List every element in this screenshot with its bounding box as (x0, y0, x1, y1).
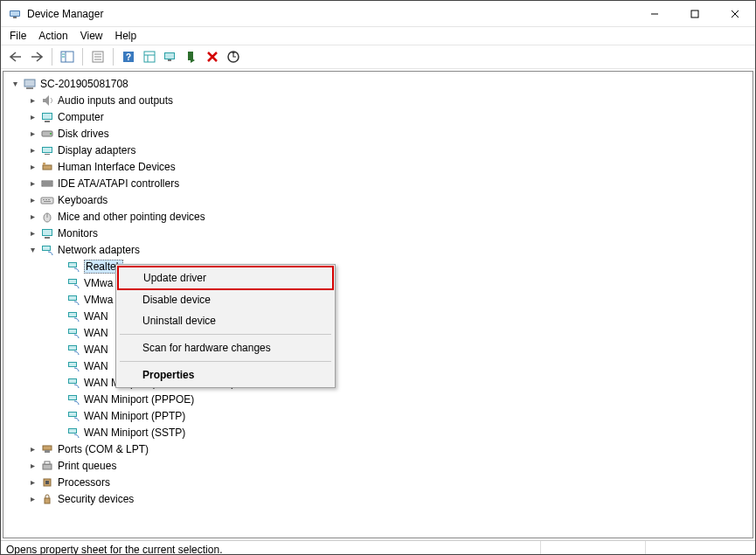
chevron-down-icon[interactable]: ▾ (9, 78, 21, 90)
tree-category-hid[interactable]: ▸ Human Interface Devices (7, 158, 753, 175)
chevron-right-icon[interactable]: ▸ (26, 460, 38, 472)
toolbar-divider (82, 48, 83, 66)
svg-rect-26 (26, 87, 33, 89)
hid-icon (40, 160, 54, 174)
chevron-right-icon[interactable]: ▸ (26, 144, 38, 156)
tree-root-label: SC-201905081708 (40, 78, 128, 90)
app-icon (8, 7, 22, 21)
help-button[interactable]: ? (119, 47, 138, 66)
chevron-right-icon[interactable]: ▸ (26, 493, 38, 505)
ctx-properties[interactable]: Properties (118, 364, 333, 385)
back-button[interactable] (6, 47, 25, 66)
network-adapter-icon (66, 326, 80, 340)
network-adapter-icon (66, 309, 80, 323)
ctx-disable-device[interactable]: Disable device (118, 289, 333, 310)
tree-category-computer[interactable]: ▸ Computer (7, 108, 753, 125)
tree-item-wan-pppoe[interactable]: ▸ WAN Miniport (PPPOE) (7, 391, 753, 407)
uninstall-button[interactable] (203, 47, 222, 66)
tree-category-ide[interactable]: ▸ IDE ATA/ATAPI controllers (7, 175, 753, 191)
tree-category-monitors[interactable]: ▸ Monitors (7, 225, 753, 241)
network-adapter-icon (66, 359, 80, 373)
chevron-right-icon[interactable]: ▸ (26, 128, 38, 140)
svg-point-31 (50, 133, 52, 135)
svg-rect-34 (45, 154, 50, 155)
enable-device-button[interactable] (182, 47, 201, 66)
menu-view[interactable]: View (80, 30, 103, 42)
tree-category-mice[interactable]: ▸ Mice and other pointing devices (7, 208, 753, 225)
chevron-right-icon[interactable]: ▸ (26, 443, 38, 455)
computer-icon (23, 77, 37, 91)
menu-help[interactable]: Help (115, 30, 137, 42)
tree-item-wan-sstp[interactable]: ▸ WAN Miniport (SSTP) (7, 424, 753, 441)
chevron-right-icon[interactable]: ▸ (26, 476, 38, 489)
disk-icon (40, 127, 54, 141)
tree-category-security[interactable]: ▸ Security devices (7, 490, 753, 507)
chevron-right-icon[interactable]: ▸ (26, 161, 38, 173)
chevron-right-icon[interactable]: ▸ (26, 177, 38, 190)
svg-rect-75 (45, 450, 50, 453)
printer-icon (40, 459, 54, 473)
svg-rect-29 (45, 121, 50, 122)
menu-file[interactable]: File (10, 30, 26, 42)
svg-rect-79 (45, 481, 49, 484)
svg-rect-53 (69, 263, 76, 267)
toolbar-divider (52, 48, 52, 66)
properties-button[interactable] (88, 47, 108, 66)
window-title: Device Manager (27, 8, 635, 20)
svg-rect-71 (69, 413, 76, 416)
svg-rect-33 (43, 148, 52, 152)
forward-button[interactable] (27, 47, 46, 66)
tree-category-printq[interactable]: ▸ Print queues (7, 457, 753, 474)
svg-rect-61 (69, 330, 76, 333)
svg-rect-17 (144, 52, 155, 62)
ctx-scan-hardware[interactable]: Scan for hardware changes (118, 337, 333, 358)
menu-action[interactable]: Action (38, 30, 67, 42)
svg-rect-73 (69, 429, 76, 433)
tree-category-ports[interactable]: ▸ Ports (COM & LPT) (7, 441, 753, 457)
chevron-down-icon[interactable]: ▾ (26, 244, 38, 256)
status-cell (645, 541, 750, 555)
svg-rect-51 (43, 246, 50, 250)
show-hide-tree-button[interactable] (58, 47, 77, 66)
monitor-icon (40, 110, 54, 124)
tree-category-keyboards[interactable]: ▸ Keyboards (7, 191, 753, 208)
tree-item-wan-pptp[interactable]: ▸ WAN Miniport (PPTP) (7, 407, 753, 424)
scan-hardware-button[interactable] (224, 47, 243, 66)
network-adapter-icon (66, 392, 80, 406)
network-adapter-icon (66, 376, 80, 390)
svg-rect-74 (43, 446, 52, 450)
svg-rect-40 (41, 198, 53, 204)
display-adapter-icon (40, 143, 54, 157)
chevron-right-icon[interactable]: ▸ (26, 211, 38, 223)
maximize-button[interactable] (675, 1, 715, 27)
svg-rect-41 (43, 199, 45, 200)
ctx-uninstall-device[interactable]: Uninstall device (118, 310, 333, 331)
minimize-button[interactable] (635, 1, 675, 27)
tree-root[interactable]: ▾ SC-201905081708 (7, 75, 753, 92)
speaker-icon (40, 94, 54, 108)
chevron-right-icon[interactable]: ▸ (26, 194, 38, 206)
update-driver-button[interactable] (161, 47, 180, 66)
chevron-right-icon[interactable]: ▸ (26, 111, 38, 123)
ide-icon (40, 177, 54, 191)
toolbar: ? (1, 45, 755, 69)
tree-category-disk[interactable]: ▸ Disk drives (7, 125, 753, 142)
ports-icon (40, 442, 54, 456)
details-button[interactable] (140, 47, 159, 66)
tree-category-audio[interactable]: ▸ Audio inputs and outputs (7, 92, 753, 108)
chevron-right-icon[interactable]: ▸ (26, 94, 38, 107)
ctx-update-driver[interactable]: Update driver (117, 266, 334, 290)
chevron-right-icon[interactable]: ▸ (26, 227, 38, 239)
network-icon (40, 243, 54, 257)
tree-category-network[interactable]: ▾ Network adapters (7, 241, 753, 258)
status-message: Opens property sheet for the current sel… (6, 544, 540, 556)
tree-category-processors[interactable]: ▸ Processors (7, 474, 753, 490)
svg-rect-21 (165, 53, 174, 59)
svg-rect-36 (43, 163, 45, 165)
svg-rect-1 (10, 11, 19, 16)
tree-category-display[interactable]: ▸ Display adapters (7, 142, 753, 158)
toolbar-divider (113, 48, 114, 66)
close-button[interactable] (715, 1, 755, 27)
svg-rect-65 (69, 363, 76, 366)
cpu-icon (40, 475, 54, 489)
